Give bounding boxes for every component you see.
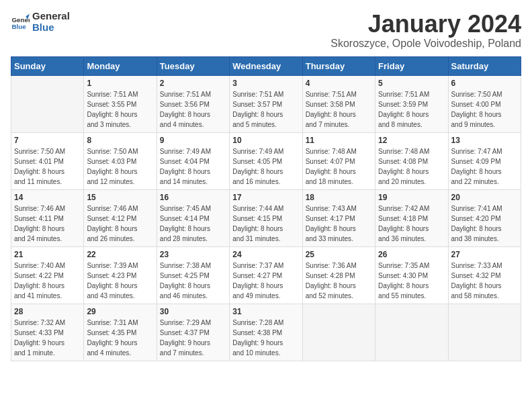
day-info: Sunrise: 7:51 AM Sunset: 3:56 PM Dayligh… (160, 89, 226, 130)
day-info: Sunrise: 7:33 AM Sunset: 4:32 PM Dayligh… (451, 261, 518, 301)
calendar-cell: 2Sunrise: 7:51 AM Sunset: 3:56 PM Daylig… (157, 75, 229, 132)
day-info: Sunrise: 7:51 AM Sunset: 3:55 PM Dayligh… (87, 89, 153, 130)
calendar-cell: 6Sunrise: 7:50 AM Sunset: 4:00 PM Daylig… (448, 75, 521, 132)
day-info: Sunrise: 7:29 AM Sunset: 4:37 PM Dayligh… (160, 318, 226, 358)
day-info: Sunrise: 7:28 AM Sunset: 4:38 PM Dayligh… (232, 318, 299, 358)
calendar-cell (302, 304, 375, 361)
day-number: 17 (232, 193, 299, 202)
day-number: 4 (306, 79, 372, 88)
day-info: Sunrise: 7:36 AM Sunset: 4:28 PM Dayligh… (306, 261, 372, 301)
calendar-cell: 27Sunrise: 7:33 AM Sunset: 4:32 PM Dayli… (448, 246, 521, 304)
calendar-cell: 22Sunrise: 7:39 AM Sunset: 4:23 PM Dayli… (84, 246, 157, 304)
day-number: 25 (306, 250, 372, 259)
calendar-cell (375, 304, 448, 361)
calendar-cell: 1Sunrise: 7:51 AM Sunset: 3:55 PM Daylig… (84, 75, 157, 132)
day-info: Sunrise: 7:50 AM Sunset: 4:03 PM Dayligh… (87, 146, 153, 187)
calendar-cell: 24Sunrise: 7:37 AM Sunset: 4:27 PM Dayli… (230, 246, 302, 304)
day-info: Sunrise: 7:42 AM Sunset: 4:18 PM Dayligh… (378, 203, 445, 244)
day-number: 23 (160, 250, 226, 259)
day-number: 12 (378, 136, 445, 145)
calendar-cell: 21Sunrise: 7:40 AM Sunset: 4:22 PM Dayli… (11, 246, 84, 304)
day-info: Sunrise: 7:48 AM Sunset: 4:07 PM Dayligh… (306, 146, 372, 187)
day-number: 13 (451, 136, 518, 145)
day-info: Sunrise: 7:35 AM Sunset: 4:30 PM Dayligh… (378, 261, 445, 301)
dow-thursday: Thursday (302, 56, 375, 75)
dow-sunday: Sunday (11, 56, 84, 75)
calendar-cell: 13Sunrise: 7:47 AM Sunset: 4:09 PM Dayli… (448, 132, 521, 189)
day-info: Sunrise: 7:46 AM Sunset: 4:12 PM Dayligh… (87, 203, 153, 244)
day-info: Sunrise: 7:49 AM Sunset: 4:05 PM Dayligh… (232, 146, 299, 187)
calendar-cell: 9Sunrise: 7:49 AM Sunset: 4:04 PM Daylig… (157, 132, 229, 189)
day-number: 18 (306, 193, 372, 202)
day-info: Sunrise: 7:44 AM Sunset: 4:15 PM Dayligh… (232, 203, 299, 244)
calendar-cell: 25Sunrise: 7:36 AM Sunset: 4:28 PM Dayli… (302, 246, 375, 304)
day-number: 9 (160, 136, 226, 145)
logo-blue: Blue (32, 21, 54, 33)
dow-monday: Monday (84, 56, 157, 75)
logo-general: General (32, 10, 70, 21)
day-number: 3 (232, 79, 299, 88)
calendar-cell: 3Sunrise: 7:51 AM Sunset: 3:57 PM Daylig… (230, 75, 302, 132)
header: General Blue General Blue January 2024 S… (11, 11, 521, 50)
day-info: Sunrise: 7:49 AM Sunset: 4:04 PM Dayligh… (160, 146, 226, 187)
calendar-cell: 26Sunrise: 7:35 AM Sunset: 4:30 PM Dayli… (375, 246, 448, 304)
dow-saturday: Saturday (448, 56, 521, 75)
calendar-cell: 20Sunrise: 7:41 AM Sunset: 4:20 PM Dayli… (448, 189, 521, 246)
calendar-cell: 11Sunrise: 7:48 AM Sunset: 4:07 PM Dayli… (302, 132, 375, 189)
day-number: 29 (87, 307, 153, 316)
calendar-cell: 28Sunrise: 7:32 AM Sunset: 4:33 PM Dayli… (11, 304, 84, 361)
day-number: 5 (378, 79, 445, 88)
day-number: 24 (232, 250, 299, 259)
day-info: Sunrise: 7:37 AM Sunset: 4:27 PM Dayligh… (232, 261, 299, 301)
day-number: 6 (451, 79, 518, 88)
day-number: 21 (14, 250, 81, 259)
calendar-body: 1Sunrise: 7:51 AM Sunset: 3:55 PM Daylig… (11, 75, 521, 361)
day-info: Sunrise: 7:50 AM Sunset: 4:01 PM Dayligh… (14, 146, 81, 187)
day-number: 22 (87, 250, 153, 259)
calendar-cell: 16Sunrise: 7:45 AM Sunset: 4:14 PM Dayli… (157, 189, 229, 246)
calendar-cell: 12Sunrise: 7:48 AM Sunset: 4:08 PM Dayli… (375, 132, 448, 189)
calendar-cell: 19Sunrise: 7:42 AM Sunset: 4:18 PM Dayli… (375, 189, 448, 246)
day-info: Sunrise: 7:38 AM Sunset: 4:25 PM Dayligh… (160, 261, 226, 301)
day-number: 30 (160, 307, 226, 316)
day-number: 28 (14, 307, 81, 316)
week-row-4: 28Sunrise: 7:32 AM Sunset: 4:33 PM Dayli… (11, 304, 521, 361)
day-info: Sunrise: 7:40 AM Sunset: 4:22 PM Dayligh… (14, 261, 81, 301)
day-info: Sunrise: 7:50 AM Sunset: 4:00 PM Dayligh… (451, 89, 518, 130)
calendar-cell: 18Sunrise: 7:43 AM Sunset: 4:17 PM Dayli… (302, 189, 375, 246)
calendar-cell: 4Sunrise: 7:51 AM Sunset: 3:58 PM Daylig… (302, 75, 375, 132)
calendar-cell: 17Sunrise: 7:44 AM Sunset: 4:15 PM Dayli… (230, 189, 302, 246)
day-number: 16 (160, 193, 226, 202)
day-number: 10 (232, 136, 299, 145)
week-row-2: 14Sunrise: 7:46 AM Sunset: 4:11 PM Dayli… (11, 189, 521, 246)
calendar-cell (448, 304, 521, 361)
day-info: Sunrise: 7:43 AM Sunset: 4:17 PM Dayligh… (306, 203, 372, 244)
calendar-cell: 5Sunrise: 7:51 AM Sunset: 3:59 PM Daylig… (375, 75, 448, 132)
logo: General Blue General Blue (11, 11, 70, 33)
calendar-cell: 23Sunrise: 7:38 AM Sunset: 4:25 PM Dayli… (157, 246, 229, 304)
day-number: 31 (232, 307, 299, 316)
logo-icon: General Blue (11, 13, 30, 32)
day-number: 7 (14, 136, 81, 145)
day-info: Sunrise: 7:46 AM Sunset: 4:11 PM Dayligh… (14, 203, 81, 244)
dow-friday: Friday (375, 56, 448, 75)
day-number: 8 (87, 136, 153, 145)
day-number: 14 (14, 193, 81, 202)
calendar-cell: 15Sunrise: 7:46 AM Sunset: 4:12 PM Dayli… (84, 189, 157, 246)
day-number: 2 (160, 79, 226, 88)
svg-text:Blue: Blue (11, 22, 26, 30)
calendar-cell: 8Sunrise: 7:50 AM Sunset: 4:03 PM Daylig… (84, 132, 157, 189)
calendar-table: SundayMondayTuesdayWednesdayThursdayFrid… (11, 56, 521, 361)
dow-wednesday: Wednesday (230, 56, 302, 75)
day-info: Sunrise: 7:32 AM Sunset: 4:33 PM Dayligh… (14, 318, 81, 358)
week-row-3: 21Sunrise: 7:40 AM Sunset: 4:22 PM Dayli… (11, 246, 521, 304)
week-row-0: 1Sunrise: 7:51 AM Sunset: 3:55 PM Daylig… (11, 75, 521, 132)
dow-tuesday: Tuesday (157, 56, 229, 75)
calendar-cell (11, 75, 84, 132)
calendar-cell: 31Sunrise: 7:28 AM Sunset: 4:38 PM Dayli… (230, 304, 302, 361)
day-number: 19 (378, 193, 445, 202)
day-info: Sunrise: 7:39 AM Sunset: 4:23 PM Dayligh… (87, 261, 153, 301)
day-number: 27 (451, 250, 518, 259)
calendar-cell: 29Sunrise: 7:31 AM Sunset: 4:35 PM Dayli… (84, 304, 157, 361)
day-number: 11 (306, 136, 372, 145)
